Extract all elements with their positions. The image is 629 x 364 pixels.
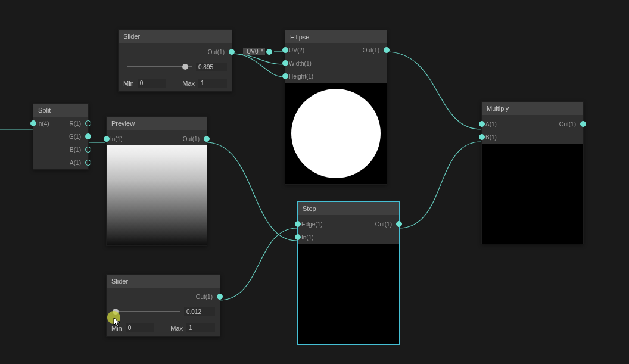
- port-width[interactable]: Width(1): [285, 57, 387, 70]
- slider-range-controls: Min Max: [107, 320, 220, 336]
- node-multiply[interactable]: Multiply A(1) Out(1) B(1): [481, 101, 584, 244]
- port-a[interactable]: A(1) Out(1): [482, 117, 583, 130]
- min-input[interactable]: [138, 79, 166, 88]
- port-g[interactable]: G(1): [33, 130, 88, 143]
- node-ellipse[interactable]: Ellipse UV(2) Out(1) Width(1) Height(1): [285, 30, 387, 185]
- min-label: Min: [123, 80, 134, 87]
- node-title: Step: [298, 202, 399, 215]
- min-label: Min: [111, 325, 122, 332]
- uv-dropdown[interactable]: UV0: [243, 48, 265, 55]
- slider-thumb[interactable]: [182, 64, 188, 70]
- node-title: Ellipse: [285, 30, 387, 43]
- port-out[interactable]: Out(1): [119, 45, 232, 58]
- multiply-preview: [482, 144, 583, 244]
- preview-image: [107, 145, 207, 245]
- port-b[interactable]: B(1): [33, 143, 88, 156]
- step-preview: [298, 244, 399, 344]
- port-uv[interactable]: UV(2) Out(1): [285, 43, 387, 57]
- port-a[interactable]: A(1): [33, 156, 88, 169]
- node-title: Slider: [119, 30, 232, 43]
- port-in[interactable]: In(4) R(1): [33, 117, 88, 130]
- max-input[interactable]: [198, 79, 227, 88]
- max-input[interactable]: [186, 323, 215, 332]
- slider-range-controls: Min Max: [119, 75, 232, 91]
- node-slider-top[interactable]: Slider Out(1) Min Max: [118, 29, 232, 92]
- slider-value-input[interactable]: [196, 63, 227, 71]
- slider-track[interactable]: [115, 311, 180, 312]
- ports: In(1) Out(1): [107, 132, 207, 145]
- node-title: Multiply: [482, 102, 583, 115]
- ellipse-preview: [285, 83, 387, 184]
- slider[interactable]: [107, 303, 220, 320]
- node-step[interactable]: Step Edge(1) Out(1) In(1): [297, 201, 400, 344]
- node-title: Preview: [107, 117, 207, 130]
- max-label: Max: [182, 80, 195, 87]
- port-height[interactable]: Height(1): [285, 70, 387, 83]
- port-b[interactable]: B(1): [482, 130, 583, 144]
- shader-graph-canvas[interactable]: { "nodes": { "split": { "title": "Split"…: [0, 0, 629, 364]
- node-preview[interactable]: Preview In(1) Out(1): [106, 116, 207, 246]
- slider-track[interactable]: [127, 66, 192, 67]
- port-out[interactable]: Out(1): [107, 290, 220, 303]
- min-input[interactable]: [126, 323, 154, 332]
- node-slider-bottom[interactable]: Slider Out(1) Min Max: [106, 274, 220, 337]
- port-in[interactable]: In(1): [298, 231, 399, 244]
- node-title: Split: [33, 104, 88, 117]
- port-edge[interactable]: Edge(1) Out(1): [298, 217, 399, 231]
- max-label: Max: [170, 325, 183, 332]
- slider-value-input[interactable]: [184, 307, 215, 316]
- slider[interactable]: [119, 58, 232, 75]
- dropdown-label[interactable]: UV0: [243, 48, 265, 55]
- node-split[interactable]: Split In(4) R(1) G(1) B(1) A(1): [33, 103, 89, 170]
- slider-thumb[interactable]: [113, 309, 119, 315]
- node-title: Slider: [107, 275, 220, 288]
